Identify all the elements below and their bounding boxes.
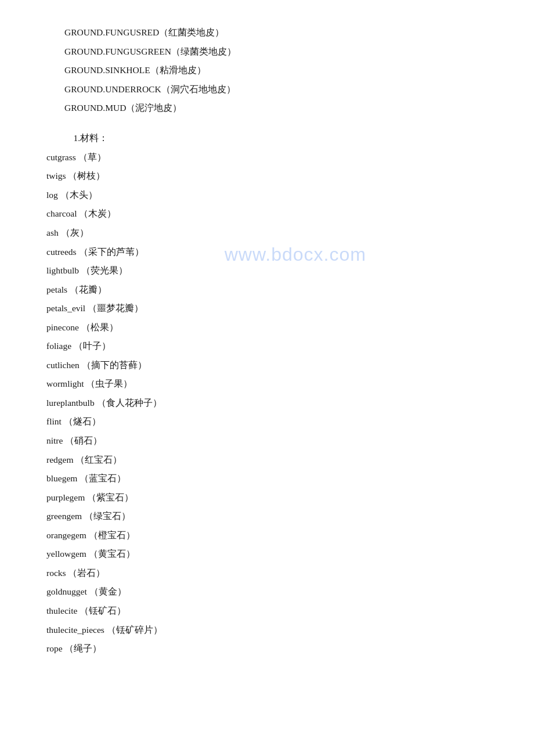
section-header: 1.材料： — [46, 128, 488, 148]
content-area: GROUND.FUNGUSRED（红菌类地皮）GROUND.FUNGUSGREE… — [46, 23, 488, 658]
material-item-redgem: redgem （红宝石） — [46, 451, 488, 470]
ground-item-mud: GROUND.MUD（泥泞地皮） — [46, 99, 488, 118]
material-item-charcoal: charcoal （木炭） — [46, 204, 488, 224]
ground-section: GROUND.FUNGUSRED（红菌类地皮）GROUND.FUNGUSGREE… — [46, 23, 488, 118]
material-item-goldnugget: goldnugget （黄金） — [46, 582, 488, 602]
material-item-log: log （木头） — [46, 186, 488, 205]
material-item-yellowgem: yellowgem （黄宝石） — [46, 545, 488, 564]
material-item-orangegem: orangegem （橙宝石） — [46, 526, 488, 545]
material-item-bluegem: bluegem （蓝宝石） — [46, 469, 488, 488]
material-item-cutreeds: cutreeds （采下的芦苇） — [46, 243, 488, 262]
ground-item-sinkhole: GROUND.SINKHOLE（粘滑地皮） — [46, 61, 488, 80]
material-item-lureplantbulb: lureplantbulb （食人花种子） — [46, 394, 488, 413]
material-item-thulecite_pieces: thulecite_pieces （铥矿碎片） — [46, 621, 488, 640]
material-item-cutlichen: cutlichen （摘下的苔藓） — [46, 356, 488, 375]
material-item-flint: flint （燧石） — [46, 412, 488, 431]
ground-item-fungusred: GROUND.FUNGUSRED（红菌类地皮） — [46, 23, 488, 42]
material-item-pinecone: pinecone （松果） — [46, 318, 488, 337]
material-item-nitre: nitre （硝石） — [46, 431, 488, 451]
material-item-ash: ash （灰） — [46, 224, 488, 243]
material-item-rope: rope （绳子） — [46, 639, 488, 658]
material-item-twigs: twigs （树枝） — [46, 167, 488, 186]
ground-item-fungusgreen: GROUND.FUNGUSGREEN（绿菌类地皮） — [46, 42, 488, 62]
materials-section: 1.材料： cutgrass （草）twigs （树枝）log （木头）char… — [46, 128, 488, 658]
material-item-petals: petals （花瓣） — [46, 280, 488, 300]
material-item-greengem: greengem （绿宝石） — [46, 507, 488, 526]
material-item-rocks: rocks （岩石） — [46, 564, 488, 583]
material-item-foliage: foliage （叶子） — [46, 337, 488, 356]
material-item-purplegem: purplegem （紫宝石） — [46, 488, 488, 507]
ground-item-underrock: GROUND.UNDERROCK（洞穴石地地皮） — [46, 80, 488, 99]
material-item-cutgrass: cutgrass （草） — [46, 148, 488, 167]
material-item-petals_evil: petals_evil （噩梦花瓣） — [46, 299, 488, 318]
material-item-wormlight: wormlight （虫子果） — [46, 375, 488, 394]
material-item-thulecite: thulecite （铥矿石） — [46, 602, 488, 621]
material-item-lightbulb: lightbulb （荧光果） — [46, 261, 488, 280]
